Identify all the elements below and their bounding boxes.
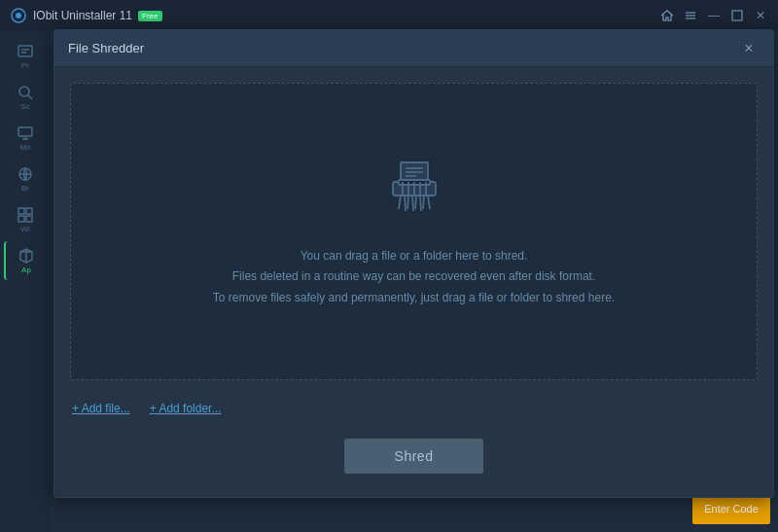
apps-label: Ap [21, 266, 31, 274]
dialog-content: You can drag a file or a folder here to … [54, 67, 773, 497]
windows-label: Wi [20, 226, 29, 233]
windows-icon [17, 206, 34, 224]
monitor-icon [17, 124, 34, 142]
svg-line-39 [423, 195, 424, 209]
shred-button[interactable]: Shred [344, 439, 484, 474]
title-bar-controls: — ✕ [659, 8, 768, 23]
monitor-label: Mo [19, 144, 30, 152]
close-app-button[interactable]: ✕ [753, 8, 768, 23]
add-links-row: + Add file... + Add folder... [70, 394, 758, 423]
sidebar-item-windows[interactable]: Wi [4, 200, 47, 239]
programs-icon [17, 43, 34, 60]
svg-line-33 [399, 195, 401, 209]
dialog-titlebar: File Shredder × [54, 30, 773, 67]
sidebar-item-apps[interactable]: Ap [4, 241, 47, 280]
drop-zone[interactable]: You can drag a file or a folder here to … [70, 83, 758, 380]
drop-text-line2: Files deleted in a routine way can be re… [213, 266, 615, 288]
svg-line-34 [405, 195, 406, 211]
file-shredder-dialog: File Shredder × [53, 29, 774, 498]
drop-text-line3: To remove files safely and permanently, … [213, 288, 615, 309]
svg-line-36 [412, 195, 413, 211]
svg-rect-19 [26, 216, 32, 222]
shred-button-row: Shred [70, 439, 758, 481]
svg-point-1 [16, 13, 21, 18]
scan-icon [17, 84, 34, 101]
sidebar-item-programs[interactable]: Pr [4, 37, 47, 76]
sidebar-item-scan[interactable]: Sc [4, 78, 47, 117]
menu-icon[interactable] [683, 8, 698, 23]
drop-text-line1: You can drag a file or a folder here to … [213, 246, 615, 267]
title-bar: IObit Uninstaller 11 Free — [0, 0, 778, 31]
svg-rect-17 [26, 208, 32, 214]
drop-zone-text: You can drag a file or a folder here to … [213, 246, 615, 309]
add-file-button[interactable]: + Add file... [72, 402, 130, 415]
programs-label: Pr [21, 62, 29, 70]
free-badge: Free [138, 11, 161, 21]
browser-label: Br [21, 185, 29, 193]
svg-line-38 [420, 195, 421, 211]
shredder-icon [379, 155, 449, 229]
svg-point-9 [19, 87, 29, 96]
svg-line-35 [407, 195, 408, 209]
dialog-title: File Shredder [68, 41, 738, 55]
svg-line-40 [428, 195, 430, 209]
browser-icon [17, 165, 34, 183]
svg-rect-16 [18, 208, 24, 214]
svg-rect-11 [18, 127, 32, 136]
home-icon[interactable] [659, 8, 675, 23]
sidebar: Pr Sc Mo [0, 31, 51, 532]
svg-line-10 [28, 95, 32, 99]
svg-rect-6 [18, 46, 32, 56]
apps-icon [18, 247, 35, 265]
scan-label: Sc [20, 103, 29, 111]
iobit-logo-icon [10, 7, 27, 24]
app-logo-area: IObit Uninstaller 11 Free [10, 7, 162, 24]
svg-line-37 [415, 195, 416, 209]
app-title: IObit Uninstaller 11 [33, 9, 132, 22]
maximize-button[interactable] [729, 8, 745, 23]
svg-rect-5 [732, 11, 742, 20]
dialog-close-button[interactable]: × [738, 38, 760, 59]
sidebar-item-browser[interactable]: Br [4, 160, 47, 198]
sidebar-item-monitor[interactable]: Mo [4, 119, 47, 158]
minimize-button[interactable]: — [706, 8, 722, 23]
svg-rect-18 [18, 216, 24, 222]
add-folder-button[interactable]: + Add folder... [150, 402, 222, 415]
